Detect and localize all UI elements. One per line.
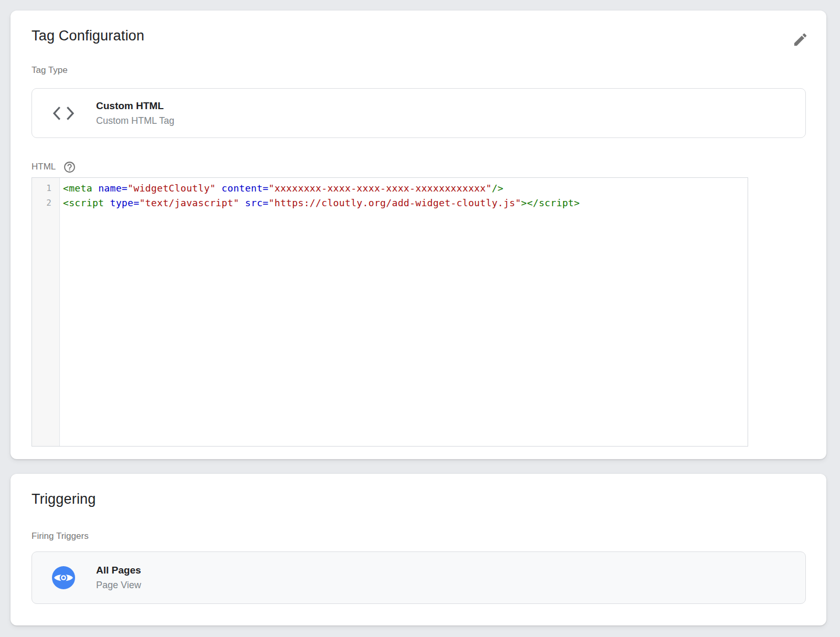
html-field-header: HTML xyxy=(32,160,76,174)
firing-triggers-label: Firing Triggers xyxy=(32,531,89,542)
tag-type-description: Custom HTML Tag xyxy=(96,115,174,126)
tag-type-card[interactable]: Custom HTML Custom HTML Tag xyxy=(32,88,806,138)
pencil-icon xyxy=(792,31,808,48)
code-brackets-icon xyxy=(52,105,75,121)
code-line: <script type="text/javascript" src="http… xyxy=(63,196,748,210)
page-view-eye-icon xyxy=(52,566,75,589)
trigger-type: Page View xyxy=(96,580,141,591)
editor-code-area[interactable]: <meta name="widgetCloutly" content="xxxx… xyxy=(60,178,748,446)
trigger-name: All Pages xyxy=(96,565,141,576)
edit-tag-configuration-button[interactable] xyxy=(789,28,812,51)
editor-line-numbers: 12 xyxy=(32,178,60,446)
triggering-title: Triggering xyxy=(32,491,96,507)
html-label: HTML xyxy=(32,162,56,172)
gtm-tag-editor-page: Tag Configuration Tag Type Custom HTML C… xyxy=(0,0,840,637)
triggering-card: Triggering Firing Triggers All Pages Pag… xyxy=(10,474,826,625)
line-number: 2 xyxy=(32,196,51,210)
tag-type-label: Tag Type xyxy=(32,65,68,76)
tag-type-name: Custom HTML xyxy=(96,100,174,112)
line-number: 1 xyxy=(32,181,51,196)
html-help-button[interactable] xyxy=(62,160,76,174)
tag-configuration-card: Tag Configuration Tag Type Custom HTML C… xyxy=(10,10,826,459)
code-line: <meta name="widgetCloutly" content="xxxx… xyxy=(63,181,748,196)
help-circle-icon xyxy=(63,161,76,174)
tag-configuration-title: Tag Configuration xyxy=(32,28,144,44)
html-code-editor[interactable]: 12 <meta name="widgetCloutly" content="x… xyxy=(32,177,748,447)
trigger-row-all-pages[interactable]: All Pages Page View xyxy=(32,551,806,604)
